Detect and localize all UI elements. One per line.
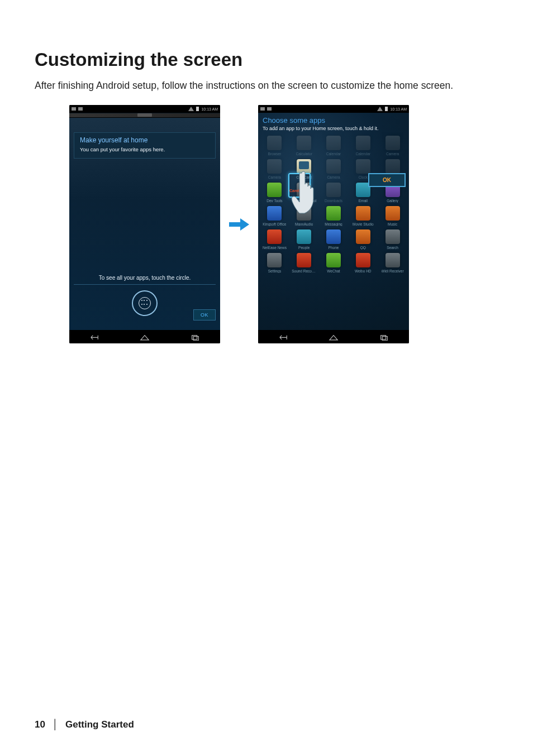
app-label: Calculator xyxy=(296,152,312,156)
app-icon xyxy=(326,159,341,174)
page-indicator xyxy=(69,113,220,118)
recent-icon[interactable] xyxy=(379,333,389,341)
choose-apps-title: Choose some apps xyxy=(258,113,409,126)
ok-button[interactable]: OK xyxy=(193,309,216,320)
app-item[interactable]: Calendar xyxy=(350,136,376,156)
wifi-icon xyxy=(377,107,383,111)
app-label: Camera xyxy=(327,175,340,179)
app-label: NetEase News xyxy=(263,246,287,250)
intro-text: After finishing Android setup, follow th… xyxy=(35,78,498,93)
app-label: Widi Receiver xyxy=(382,269,404,273)
ok-button[interactable]: OK xyxy=(368,173,406,187)
app-item[interactable]: Camera xyxy=(261,159,288,179)
choose-apps-subtitle: To add an app to your Home screen, touch… xyxy=(258,126,409,133)
status-time: 10:13 AM xyxy=(201,107,218,111)
back-icon[interactable] xyxy=(89,333,99,341)
tip-text: To see all your apps, touch the circle. xyxy=(74,275,216,285)
app-item[interactable]: Camera xyxy=(379,136,406,156)
app-icon xyxy=(267,136,282,150)
app-item[interactable]: Settings xyxy=(261,253,288,273)
app-icon xyxy=(267,183,282,197)
app-item[interactable]: QQ xyxy=(350,229,376,250)
app-icon xyxy=(326,183,341,197)
app-item[interactable]: Widi Receiver xyxy=(379,253,406,273)
home-icon[interactable] xyxy=(329,333,339,341)
app-item[interactable]: Calendar xyxy=(321,136,347,156)
panel-subtitle: You can put your favorite apps here. xyxy=(80,146,210,152)
app-label: Dev Tools xyxy=(266,199,282,203)
app-icon xyxy=(326,206,341,221)
app-label: People xyxy=(298,246,310,250)
app-icon xyxy=(267,229,282,244)
all-apps-circle[interactable] xyxy=(132,290,158,316)
app-label: WeChat xyxy=(327,269,340,273)
app-label: Camera xyxy=(386,152,399,156)
app-label: Browser xyxy=(268,152,281,156)
hand-gesture-icon xyxy=(287,165,325,216)
wifi-icon xyxy=(188,107,194,111)
app-icon xyxy=(386,229,400,244)
app-item[interactable]: Phone xyxy=(321,229,347,250)
app-label: Calendar xyxy=(356,152,370,156)
app-label: Settings xyxy=(268,269,282,273)
status-icon xyxy=(260,107,265,111)
app-icon xyxy=(326,136,341,150)
app-label: Messaging xyxy=(325,222,342,226)
app-label: Clock xyxy=(359,175,368,179)
app-item[interactable]: Sound Recorder xyxy=(291,253,317,273)
app-label: QQ xyxy=(360,246,366,250)
app-icon xyxy=(356,229,370,244)
app-item[interactable]: People xyxy=(291,229,317,250)
battery-icon xyxy=(196,107,199,111)
app-icon xyxy=(386,136,400,150)
app-label: Movie Studio xyxy=(353,222,374,226)
app-label: Phone xyxy=(329,246,339,250)
app-item[interactable]: Movie Studio xyxy=(350,206,376,226)
app-icon xyxy=(386,159,400,174)
recent-icon[interactable] xyxy=(190,333,200,341)
phone2-body: Choose some apps To add an app to your H… xyxy=(258,113,409,330)
app-item[interactable]: Browser xyxy=(261,136,288,156)
svg-rect-3 xyxy=(381,335,386,339)
svg-rect-4 xyxy=(382,336,387,340)
app-item[interactable]: Dev Tools xyxy=(261,183,288,203)
app-label: Music xyxy=(388,222,397,226)
app-label: Downloads xyxy=(325,199,342,203)
arrow-icon xyxy=(228,216,250,233)
app-icon xyxy=(356,206,370,221)
back-icon[interactable] xyxy=(278,333,288,341)
app-label: Sound Recorder xyxy=(292,269,316,273)
app-icon xyxy=(356,159,370,174)
app-grid: BrowserCalculatorCalendarCalendarCameraC… xyxy=(258,133,409,273)
home-icon[interactable] xyxy=(140,333,150,341)
app-icon xyxy=(386,206,400,221)
app-item[interactable]: Weibo HD xyxy=(350,253,376,273)
phone1-body: Make yourself at home You can put your f… xyxy=(69,113,220,331)
app-label: Weibo HD xyxy=(355,269,372,273)
status-icon xyxy=(78,107,83,111)
page-footer: 10 │ Getting Started xyxy=(35,719,134,730)
phone-screenshot-2: 10:13 AM Choose some apps To add an app … xyxy=(258,105,409,343)
app-item[interactable]: WeChat xyxy=(321,253,347,273)
app-label: Email xyxy=(359,199,368,203)
page-heading: Customizing the screen xyxy=(35,49,498,70)
app-icon xyxy=(386,253,400,267)
status-icon xyxy=(72,107,76,111)
app-item[interactable]: NetEase News xyxy=(261,229,288,250)
app-label: Calendar xyxy=(326,152,341,156)
app-icon xyxy=(356,136,370,150)
nav-bar xyxy=(258,330,409,343)
app-label: Search xyxy=(387,246,398,250)
app-item[interactable]: Music xyxy=(379,206,406,226)
svg-rect-1 xyxy=(193,336,198,340)
app-icon xyxy=(267,253,282,267)
app-item[interactable]: Calculator xyxy=(291,136,317,156)
status-bar: 10:13 AM xyxy=(69,105,220,113)
app-item[interactable]: Kingsoft Office xyxy=(261,206,288,226)
app-icon xyxy=(297,229,311,244)
app-item[interactable]: Search xyxy=(379,229,406,250)
app-icon xyxy=(326,253,341,267)
app-icon xyxy=(356,253,370,267)
app-icon xyxy=(267,159,282,174)
app-label: Kingsoft Office xyxy=(263,222,286,226)
